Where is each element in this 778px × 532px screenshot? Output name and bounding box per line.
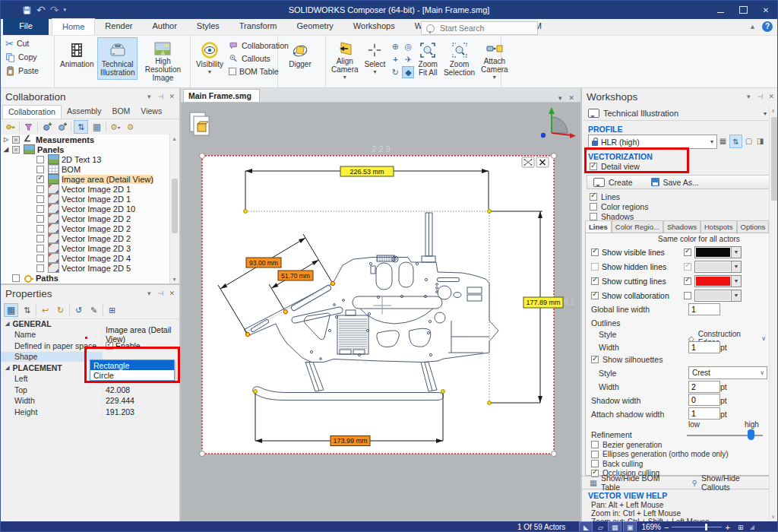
profile-dropdown[interactable]: HLR (high) [588,135,717,149]
tree-item-checkbox[interactable] [12,274,20,282]
show-silhouettes-checkbox[interactable] [591,356,599,363]
tree-item-checkbox[interactable] [36,156,44,163]
expander-icon[interactable] [4,136,12,143]
tree-item-checkbox[interactable] [36,205,44,213]
views-stack-icon[interactable] [190,112,209,135]
tree-item-checkbox[interactable] [12,136,20,144]
tree-item[interactable]: Vector Image 2D 4 [1,253,170,263]
close-button[interactable] [754,1,777,19]
add-property-icon[interactable]: ⊞ [106,304,119,316]
ribbon-tab[interactable]: Workshops [343,18,405,35]
high-resolution-image-button[interactable]: High Resolution Image [139,37,187,80]
maximize-button[interactable] [732,1,754,19]
vectorization-tab[interactable]: Color Regio... [612,220,663,233]
eraser-tool-icon[interactable]: ▱ [594,522,606,532]
zoom-out-icon[interactable]: − [664,523,669,532]
panel-close-x-button[interactable] [536,157,549,167]
tree-item[interactable]: Vector Image 2D 1 [1,184,170,194]
show-hide-bom-table-button[interactable]: Show/Hide BOM Table [582,473,680,492]
collaboration-tab[interactable]: Views [135,105,167,119]
property-width[interactable]: Width229.444 [1,396,179,407]
collapse-ribbon-icon[interactable] [749,23,756,30]
new-profile-icon[interactable]: ▢ [743,135,754,147]
expander-icon[interactable] [4,146,12,153]
detail-view-area[interactable] [202,156,554,454]
refresh-icon[interactable] [54,304,67,316]
tree-item-checkbox[interactable] [36,176,44,183]
panel-menu-icon[interactable] [147,290,151,297]
tree-item[interactable]: Vector Image 2D 10 [1,204,170,214]
pan-camera-icon[interactable]: + [389,53,401,65]
ribbon-tab[interactable]: Render [95,18,142,35]
tree-item[interactable]: Image area (Detail View) [1,174,170,184]
tree-item-checkbox[interactable] [36,195,44,203]
color-swatch-dropdown[interactable]: ▼ [694,275,742,287]
same-color-checkbox[interactable] [684,292,691,299]
vectorization-tab[interactable]: Options [737,220,770,233]
doc-tab-menu-icon[interactable] [558,94,562,102]
collaboration-tab[interactable]: Collaboration [2,105,62,119]
save-as-button[interactable]: Save As... [651,178,699,187]
property-height[interactable]: Height191.203 [1,407,179,418]
digger-button[interactable]: Digger [281,37,319,80]
ribbon-tab[interactable]: File [3,18,49,35]
silhouette-width-input[interactable] [688,381,720,393]
chevron-down-icon[interactable] [764,110,767,117]
walk-camera-icon[interactable]: ◆ [402,66,414,78]
ribbon-tab[interactable]: Author [142,18,186,35]
profile-manage-icon[interactable] [717,135,729,147]
detail-view-toggle[interactable]: Detail view [590,162,640,171]
fullscreen-icon[interactable]: ⊞ [735,522,747,532]
measurement-tool-icon[interactable]: ◣ [579,521,593,532]
ribbon-tab[interactable]: Geometry [287,18,343,35]
detail-view-checkbox[interactable] [590,163,597,170]
show-hide-callouts-button[interactable]: ⚲Show/Hide Callouts [692,473,770,492]
tree-item[interactable]: BOM [1,164,170,174]
chevron-down-icon[interactable] [710,138,713,145]
vectorization-tab[interactable]: Shadows [663,220,701,233]
grid-toggle-icon[interactable]: ▦ [608,521,621,532]
property-paper-space[interactable]: Defined in paper space Enable [1,340,179,352]
tree-item[interactable]: Vector Image 2D 3 [1,243,170,253]
paste-button[interactable]: Paste [4,65,39,77]
zoom-selection-button[interactable]: Zoom Selection [441,37,477,80]
tree-item-checkbox[interactable] [36,185,44,193]
collaboration-tab[interactable]: Assembly [62,105,107,119]
gear-icon[interactable] [124,121,137,133]
technical-illustration-button[interactable]: Technical Illustration [97,37,137,80]
pin-icon[interactable] [157,290,163,297]
tree-item-checkbox[interactable] [36,225,44,233]
outline-width-input[interactable] [688,341,720,353]
redo-icon[interactable] [50,4,59,16]
save-icon[interactable] [22,5,32,15]
pin-icon[interactable] [757,93,763,100]
color-swatch-dropdown[interactable]: ▼ [694,290,742,302]
tree-item[interactable]: Panels [1,144,170,154]
generation-toggle[interactable]: Bezier generation [591,440,729,450]
undo-icon[interactable] [36,4,46,16]
tree-item[interactable]: Paths [1,273,170,283]
tree-item[interactable]: Vector Image 2D 5 [1,263,170,273]
copy-button[interactable]: Copy [4,51,37,63]
panel-close-icon[interactable] [169,290,175,297]
pin-icon[interactable] [157,93,163,100]
vectorization-toggle[interactable]: Lines [590,192,648,201]
qat-dropdown-icon[interactable] [63,7,66,13]
minimize-button[interactable] [709,1,732,19]
key-icon[interactable] [4,121,17,133]
shadow-width-input[interactable] [688,394,720,406]
tree-item[interactable]: Vector Image 2D 1 [1,194,170,204]
search-input[interactable] [438,23,533,33]
orbit-camera-icon[interactable]: ⊕ [389,40,401,52]
create-button[interactable]: Create [593,178,633,187]
tree-item-checkbox[interactable] [36,245,44,252]
line-row-checkbox[interactable] [591,292,599,299]
ribbon-tab[interactable]: Home [52,18,95,35]
add-actor-alt-icon[interactable] [55,121,68,133]
viewport[interactable]: Main Frame.smg [181,88,580,521]
same-color-checkbox[interactable] [684,249,691,256]
generation-toggle[interactable]: Ellipses generation (ortho mode only) [591,450,729,460]
doc-close-icon[interactable] [568,94,574,102]
property-top[interactable]: Top42.008 [1,385,179,396]
tree-scrollbar[interactable] [169,135,179,283]
